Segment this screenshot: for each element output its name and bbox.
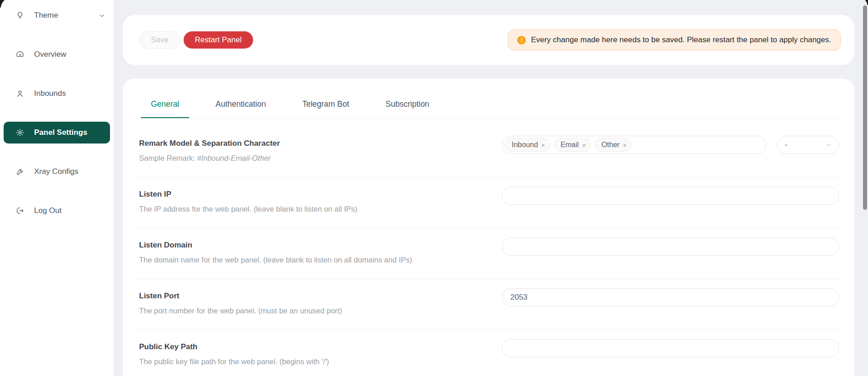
listen-ip-desc: The IP address for the web panel. (leave… [139,203,502,214]
vertical-scrollbar[interactable] [863,5,867,210]
listen-port-input[interactable] [502,288,839,307]
sidebar-item-label: Theme [34,11,58,20]
public-key-path-title: Public Key Path [139,342,502,352]
tab-telegram-bot[interactable]: Telegram Bot [292,97,359,118]
chevron-down-icon [825,142,832,148]
wrench-icon [15,167,25,176]
tab-subscription[interactable]: Subscription [375,97,439,118]
warning-icon: ! [517,36,526,45]
listen-ip-input[interactable] [502,187,839,205]
row-listen-ip: Listen IP The IP address for the web pan… [136,178,841,228]
row-listen-domain: Listen Domain The domain name for the we… [136,228,841,279]
listen-domain-desc: The domain name for the web panel. (leav… [139,254,502,265]
sidebar: Theme Overview Inbounds [0,0,114,376]
listen-ip-title: Listen IP [139,189,502,199]
dashboard-icon [15,50,25,59]
remove-tag-icon[interactable]: × [623,142,627,148]
sidebar-item-xray-configs[interactable]: Xray Configs [0,161,114,183]
tag-email: Email × [554,138,591,152]
sidebar-item-label: Log Out [34,206,62,215]
tag-inbound: Inbound × [505,138,550,152]
warning-text: Every change made here needs to be saved… [531,35,831,45]
window-corner-top-left [0,0,11,8]
restart-panel-button[interactable]: Restart Panel [184,31,253,49]
sidebar-item-label: Xray Configs [34,167,78,176]
listen-port-desc: The port number for the web panel. (must… [139,305,502,316]
save-button[interactable]: Save [140,31,180,49]
listen-domain-title: Listen Domain [139,240,502,250]
public-key-path-input[interactable] [502,339,839,357]
remark-model-title: Remark Model & Separation Character [139,139,502,148]
sidebar-item-log-out[interactable]: Log Out [0,200,114,222]
sidebar-item-label: Overview [34,50,66,59]
main-content: Save Restart Panel ! Every change made h… [114,0,868,376]
restart-warning-alert: ! Every change made here needs to be sav… [508,30,841,50]
row-remark-model: Remark Model & Separation Character Samp… [136,119,841,178]
remark-model-sample: Sample Remark: #Inbound-Email-Other [139,153,502,163]
settings-rows: Remark Model & Separation Character Samp… [136,119,841,376]
tab-authentication[interactable]: Authentication [205,97,276,118]
sidebar-item-panel-settings[interactable]: Panel Settings [4,122,110,143]
tag-other: Other × [594,138,632,152]
sample-remark-value: #Inbound-Email-Other [197,154,270,162]
remove-tag-icon[interactable]: × [582,142,586,148]
gear-icon [15,128,25,137]
action-bar: Save Restart Panel ! Every change made h… [123,15,854,65]
remark-model-multiselect[interactable]: Inbound × Email × Other × [502,136,766,154]
sidebar-item-label: Inbounds [34,89,66,98]
chevron-down-icon [99,12,105,19]
logout-icon [15,206,25,215]
sidebar-item-label: Panel Settings [34,128,87,137]
sidebar-item-theme[interactable]: Theme [0,5,114,26]
panel-settings-card: General Authentication Telegram Bot Subs… [123,79,854,376]
row-listen-port: Listen Port The port number for the web … [136,279,841,330]
listen-domain-input[interactable] [502,237,839,256]
window-corner-top-right [860,0,868,5]
separation-character-select[interactable]: - [777,136,839,154]
public-key-path-desc: The public key file path for the web pan… [139,356,502,367]
settings-tabs: General Authentication Telegram Bot Subs… [136,97,841,119]
user-icon [15,89,25,98]
tab-general[interactable]: General [141,97,189,118]
row-public-key-path: Public Key Path The public key file path… [136,330,841,376]
lightbulb-icon [15,11,25,20]
separation-character-value: - [785,140,788,149]
remove-tag-icon[interactable]: × [541,142,545,148]
sidebar-item-inbounds[interactable]: Inbounds [0,83,114,104]
listen-port-title: Listen Port [139,291,502,301]
sidebar-item-overview[interactable]: Overview [0,44,114,65]
